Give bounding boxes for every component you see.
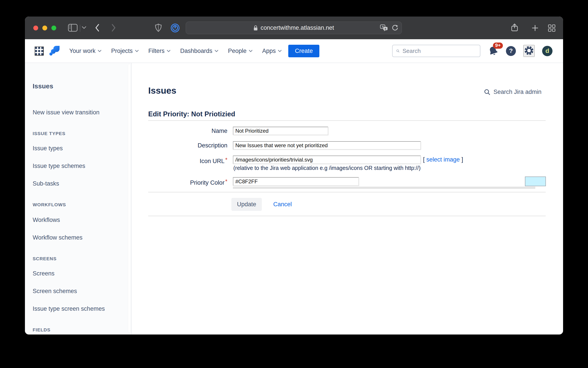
reload-button[interactable]: [391, 24, 398, 31]
nav-your-work[interactable]: Your work: [69, 48, 102, 55]
zoom-window-button[interactable]: [51, 26, 56, 30]
sidebar-item-issue-types[interactable]: Issue types: [33, 145, 63, 152]
nav-people[interactable]: People: [228, 48, 253, 55]
help-button[interactable]: ?: [506, 46, 516, 56]
chevron-down-icon: [98, 50, 102, 52]
form-title: Edit Priority: Not Priotizied: [148, 110, 235, 118]
settings-button[interactable]: [523, 45, 535, 57]
chevron-down-icon: [167, 50, 171, 52]
global-search: [392, 45, 480, 57]
nav-apps[interactable]: Apps: [262, 48, 282, 55]
search-jira-admin-label: Search Jira admin: [493, 89, 541, 95]
sidebar-section-workflows: WORKFLOWS: [33, 202, 66, 207]
divider: [148, 192, 546, 192]
sidebar-item-sub-tasks[interactable]: Sub-tasks: [33, 180, 59, 187]
translate-icon: A a: [380, 24, 388, 31]
search-jira-admin-button[interactable]: Search Jira admin: [484, 89, 541, 95]
icon-url-label: Icon URL*: [132, 156, 228, 165]
notification-badge: 9+: [493, 43, 503, 49]
sidebar-toggle-icon: [68, 24, 78, 32]
svg-text:a: a: [385, 27, 386, 30]
chevron-down-icon: [82, 26, 86, 29]
shield-icon: [155, 24, 162, 32]
chevron-down-icon: [249, 50, 253, 52]
name-input[interactable]: [233, 127, 328, 135]
sidebar-section-screens: SCREENS: [33, 256, 57, 261]
app-switcher-button[interactable]: [35, 46, 44, 55]
sidebar-toggle-button[interactable]: [68, 24, 78, 32]
url-text: concertwithme.atlassian.net: [260, 24, 334, 31]
avatar[interactable]: d: [542, 46, 552, 56]
create-button[interactable]: Create: [288, 45, 319, 57]
page-title: Issues: [148, 85, 176, 96]
nav-projects[interactable]: Projects: [111, 48, 139, 55]
share-button[interactable]: [511, 23, 518, 32]
primary-navigation: Your work Projects Filters Dashboards Pe…: [69, 48, 282, 55]
share-icon: [511, 23, 518, 32]
select-image-link[interactable]: select image: [426, 156, 460, 163]
global-search-input[interactable]: [402, 48, 476, 55]
translate-button[interactable]: A a: [380, 24, 388, 31]
tab-grid-icon: [548, 24, 555, 32]
browser-window: concertwithme.atlassian.net A a: [25, 17, 563, 334]
sidebar-item-screen-schemes[interactable]: Screen schemes: [33, 288, 77, 295]
priority-color-label: Priority Color*: [132, 177, 228, 187]
sidebar-menu-chevron-button[interactable]: [82, 26, 86, 29]
browser-chrome: concertwithme.atlassian.net A a: [25, 17, 563, 39]
forward-button[interactable]: [111, 24, 116, 32]
tab-overview-button[interactable]: [548, 24, 555, 32]
main-content: Issues Search Jira admin Edit Priority: …: [132, 63, 563, 334]
lock-icon: [253, 25, 258, 31]
address-bar[interactable]: concertwithme.atlassian.net A a: [186, 22, 402, 34]
sidebar-item-screens[interactable]: Screens: [33, 270, 55, 277]
chevron-down-icon: [135, 50, 139, 52]
back-button[interactable]: [95, 24, 99, 32]
name-label: Name: [132, 127, 228, 135]
sidebar-heading-issues: Issues: [33, 83, 53, 90]
search-icon: [396, 48, 400, 54]
jira-navbar: Your work Projects Filters Dashboards Pe…: [25, 39, 563, 63]
divider: [148, 120, 546, 121]
description-input[interactable]: [233, 141, 421, 150]
update-button[interactable]: Update: [231, 198, 262, 211]
sidebar-section-fields: FIELDS: [33, 327, 50, 332]
sidebar-item-workflow-schemes[interactable]: Workflow schemes: [33, 234, 83, 241]
nav-dashboards[interactable]: Dashboards: [180, 48, 218, 55]
select-image-wrap: [ select image ]: [423, 156, 463, 163]
sidebar-item-issue-type-screen-schemes[interactable]: Issue type screen schemes: [33, 305, 105, 312]
icon-url-helper-text: (relative to the Jira web application e.…: [233, 165, 421, 171]
app-switcher-icon: [35, 47, 43, 55]
sidebar-item-issue-type-schemes[interactable]: Issue type schemes: [33, 163, 85, 169]
privacy-report-button[interactable]: [155, 24, 162, 32]
priority-color-swatch[interactable]: [525, 176, 546, 186]
required-asterisk: *: [225, 178, 228, 185]
search-icon: [484, 89, 491, 95]
required-asterisk: *: [225, 156, 228, 163]
notifications-button[interactable]: 9+: [488, 46, 498, 56]
chevron-left-icon: [95, 24, 99, 32]
priority-color-input[interactable]: [233, 177, 359, 186]
onepassword-icon: [171, 23, 180, 33]
icon-url-input[interactable]: [233, 156, 421, 164]
desktop-background: concertwithme.atlassian.net A a: [0, 0, 588, 368]
chevron-down-icon: [278, 50, 282, 52]
gear-icon: [524, 46, 534, 56]
sidebar-item-workflows[interactable]: Workflows: [33, 217, 60, 223]
close-window-button[interactable]: [33, 26, 38, 30]
reload-icon: [391, 24, 398, 31]
jira-logo[interactable]: [49, 46, 60, 56]
description-label: Description: [132, 141, 228, 150]
traffic-lights: [33, 26, 56, 30]
sidebar-section-issue-types: ISSUE TYPES: [33, 131, 66, 136]
sidebar-item-new-issue-view-transition[interactable]: New issue view transition: [33, 109, 99, 116]
minimize-window-button[interactable]: [42, 26, 47, 30]
chevron-down-icon: [215, 50, 218, 52]
sidebar-scrollbar[interactable]: [128, 64, 131, 333]
priority-color-underline: [233, 187, 535, 189]
nav-filters[interactable]: Filters: [148, 48, 171, 55]
cancel-link[interactable]: Cancel: [273, 198, 292, 211]
admin-sidebar: Issues New issue view transition ISSUE T…: [25, 63, 132, 334]
new-tab-button[interactable]: [532, 25, 538, 31]
password-manager-button[interactable]: [171, 23, 180, 33]
plus-icon: [532, 25, 538, 31]
